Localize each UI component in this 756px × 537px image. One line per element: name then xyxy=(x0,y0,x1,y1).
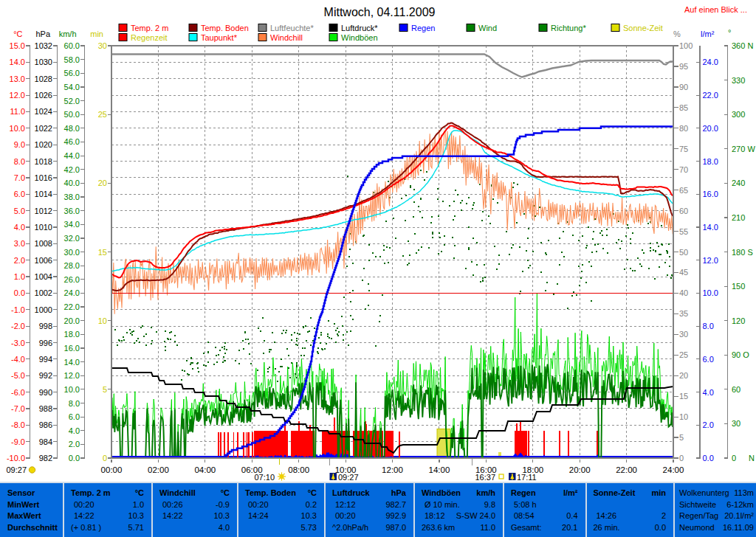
svg-text:54.0: 54.0 xyxy=(64,83,80,91)
svg-text:Sonne-Zeit: Sonne-Zeit xyxy=(623,24,663,32)
svg-text:240: 240 xyxy=(732,179,745,187)
svg-text:1032: 1032 xyxy=(35,41,52,50)
svg-text:15: 15 xyxy=(98,248,107,257)
svg-text:300: 300 xyxy=(732,110,745,119)
svg-text:14.0: 14.0 xyxy=(703,223,718,232)
svg-text:25: 25 xyxy=(679,350,688,359)
svg-text:min: min xyxy=(90,30,103,38)
svg-text:02:00: 02:00 xyxy=(148,465,169,474)
svg-text:-7.0: -7.0 xyxy=(11,404,25,413)
svg-text:36.0: 36.0 xyxy=(64,207,80,215)
svg-text:180 S: 180 S xyxy=(732,248,753,257)
svg-text:N: N xyxy=(749,454,755,462)
svg-text:Temp. Boden: Temp. Boden xyxy=(201,24,249,32)
svg-text:30: 30 xyxy=(679,330,688,339)
svg-text:1012: 1012 xyxy=(35,207,52,215)
svg-text:0: 0 xyxy=(103,454,107,462)
svg-text:07:10: 07:10 xyxy=(254,473,275,482)
svg-text:15: 15 xyxy=(679,392,688,401)
svg-text:09:27: 09:27 xyxy=(6,465,27,474)
svg-text:10: 10 xyxy=(98,316,107,325)
svg-text:95: 95 xyxy=(679,62,688,71)
svg-text:360 N: 360 N xyxy=(732,41,753,50)
svg-text:5.0: 5.0 xyxy=(14,207,25,215)
svg-text:80: 80 xyxy=(679,124,688,133)
svg-text:-5.0: -5.0 xyxy=(11,371,25,380)
svg-text:28.0: 28.0 xyxy=(64,261,80,270)
svg-text:85: 85 xyxy=(679,103,688,112)
svg-text:120: 120 xyxy=(732,316,745,325)
svg-text:2.0: 2.0 xyxy=(703,420,714,429)
svg-text:0: 0 xyxy=(732,454,736,462)
svg-text:20.0: 20.0 xyxy=(703,124,718,133)
svg-text:10.0: 10.0 xyxy=(10,124,25,133)
svg-text:Regenzeit: Regenzeit xyxy=(131,33,168,42)
svg-text:6.0: 6.0 xyxy=(703,355,714,364)
svg-text:4.0: 4.0 xyxy=(69,426,80,435)
svg-text:44.0: 44.0 xyxy=(64,151,80,160)
svg-text:986: 986 xyxy=(39,420,52,429)
svg-text:Windchill: Windchill xyxy=(270,33,303,42)
svg-text:10.0: 10.0 xyxy=(64,385,80,394)
svg-text:20.0: 20.0 xyxy=(64,316,80,325)
svg-text:8.0: 8.0 xyxy=(14,157,25,166)
svg-text:150: 150 xyxy=(732,282,745,291)
svg-text:00:00: 00:00 xyxy=(101,465,123,474)
svg-text:1030: 1030 xyxy=(35,58,52,66)
svg-text:46.0: 46.0 xyxy=(64,137,80,146)
svg-text:Taupunkt*: Taupunkt* xyxy=(201,33,238,42)
svg-text:18.0: 18.0 xyxy=(64,330,80,339)
svg-text:09:27: 09:27 xyxy=(338,473,359,482)
svg-text:6.0: 6.0 xyxy=(14,190,25,198)
svg-text:10: 10 xyxy=(679,412,688,421)
svg-text:°: ° xyxy=(728,28,731,37)
svg-text:-6.0: -6.0 xyxy=(11,388,25,397)
svg-text:996: 996 xyxy=(39,339,52,347)
svg-text:20: 20 xyxy=(98,179,107,187)
svg-text:1018: 1018 xyxy=(35,157,52,166)
svg-text:22.0: 22.0 xyxy=(703,91,718,100)
svg-text:Mittwoch, 04.11.2009: Mittwoch, 04.11.2009 xyxy=(324,6,436,18)
svg-text:50: 50 xyxy=(679,248,688,257)
svg-text:-9.0: -9.0 xyxy=(11,437,25,446)
svg-text:56.0: 56.0 xyxy=(64,69,80,77)
svg-text:22.0: 22.0 xyxy=(64,302,80,311)
svg-text:70: 70 xyxy=(679,165,688,174)
svg-text:75: 75 xyxy=(679,145,688,153)
svg-text:Richtung*: Richtung* xyxy=(551,24,586,32)
svg-text:24.0: 24.0 xyxy=(703,58,718,66)
svg-text:2.0: 2.0 xyxy=(14,256,25,265)
svg-text:20:00: 20:00 xyxy=(569,465,591,474)
svg-text:5: 5 xyxy=(679,433,684,442)
svg-text:6.0: 6.0 xyxy=(69,412,80,421)
svg-text:40: 40 xyxy=(679,288,688,297)
svg-text:%: % xyxy=(673,30,681,38)
svg-text:1026: 1026 xyxy=(35,91,52,100)
svg-text:22:00: 22:00 xyxy=(616,465,637,474)
svg-text:04:00: 04:00 xyxy=(194,465,216,474)
svg-text:7.0: 7.0 xyxy=(14,173,25,182)
svg-text:12:00: 12:00 xyxy=(382,465,403,474)
svg-text:20: 20 xyxy=(679,371,688,380)
svg-text:0: 0 xyxy=(679,454,684,462)
svg-text:5: 5 xyxy=(103,385,107,394)
svg-text:52.0: 52.0 xyxy=(64,97,80,105)
svg-text:100: 100 xyxy=(679,41,693,50)
svg-text:-4.0: -4.0 xyxy=(11,355,25,364)
svg-text:26.0: 26.0 xyxy=(64,275,80,284)
svg-text:1006: 1006 xyxy=(35,256,52,265)
svg-text:1.0: 1.0 xyxy=(14,272,25,281)
svg-text:42.0: 42.0 xyxy=(64,165,80,174)
svg-text:210: 210 xyxy=(732,213,745,222)
svg-text:990: 990 xyxy=(39,388,52,397)
svg-text:-1.0: -1.0 xyxy=(11,305,25,314)
svg-text:12.0: 12.0 xyxy=(10,91,25,100)
svg-text:58.0: 58.0 xyxy=(64,55,80,64)
svg-text:Luftdruck*: Luftdruck* xyxy=(341,24,378,32)
svg-text:24.0: 24.0 xyxy=(64,288,80,297)
svg-text:1014: 1014 xyxy=(35,190,52,198)
svg-text:13.0: 13.0 xyxy=(10,75,25,83)
svg-text:17:11: 17:11 xyxy=(517,473,537,482)
svg-text:km/h: km/h xyxy=(59,30,77,38)
svg-text:34.0: 34.0 xyxy=(64,220,80,229)
